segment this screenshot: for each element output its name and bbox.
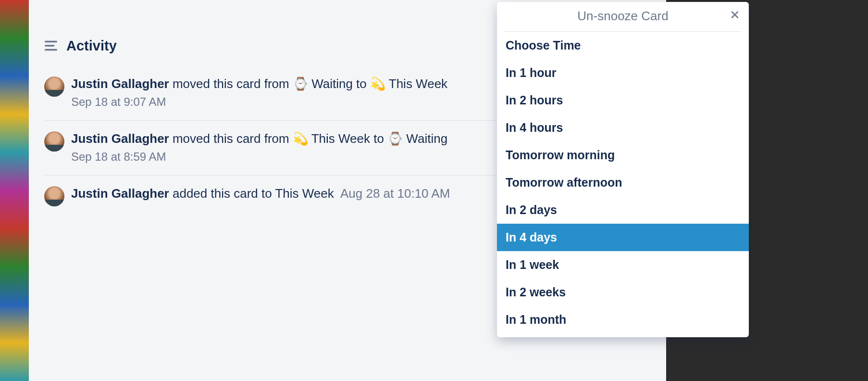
unsnooze-popup: Un-snooze Card ✕ Choose Time In 1 hour I…	[497, 2, 749, 337]
snooze-option-1-hour[interactable]: In 1 hour	[497, 59, 749, 87]
popup-header: Un-snooze Card ✕	[505, 2, 741, 32]
avatar[interactable]	[44, 131, 64, 152]
snooze-option-4-hours[interactable]: In 4 hours	[497, 114, 749, 141]
avatar[interactable]	[44, 76, 64, 97]
snooze-option-tomorrow-afternoon[interactable]: Tomorrow afternoon	[497, 169, 749, 196]
activity-action: moved this card from ⌚ Waiting to 💫 This…	[169, 76, 447, 91]
activity-user-name[interactable]: Justin Gallagher	[71, 131, 169, 146]
popup-title: Un-snooze Card	[577, 9, 668, 24]
snooze-option-1-week[interactable]: In 1 week	[497, 251, 749, 279]
activity-action: added this card to This Week	[169, 186, 334, 201]
close-icon[interactable]: ✕	[730, 9, 740, 21]
snooze-option-2-days[interactable]: In 2 days	[497, 196, 749, 224]
snooze-option-2-weeks[interactable]: In 2 weeks	[497, 279, 749, 306]
board-background-strip	[0, 0, 29, 381]
snooze-options-list: Choose Time In 1 hour In 2 hours In 4 ho…	[497, 32, 749, 337]
avatar[interactable]	[44, 186, 64, 206]
snooze-option-2-hours[interactable]: In 2 hours	[497, 87, 749, 114]
activity-timestamp: Aug 28 at 10:10 AM	[340, 186, 450, 201]
snooze-option-choose-time[interactable]: Choose Time	[497, 32, 749, 59]
activity-action: moved this card from 💫 This Week to ⌚ Wa…	[169, 131, 447, 146]
activity-icon	[42, 37, 60, 54]
activity-user-name[interactable]: Justin Gallagher	[71, 186, 169, 201]
snooze-option-tomorrow-morning[interactable]: Tomorrow morning	[497, 141, 749, 169]
snooze-option-4-days[interactable]: In 4 days	[497, 224, 749, 251]
snooze-option-1-month[interactable]: In 1 month	[497, 306, 749, 333]
activity-user-name[interactable]: Justin Gallagher	[71, 76, 169, 91]
